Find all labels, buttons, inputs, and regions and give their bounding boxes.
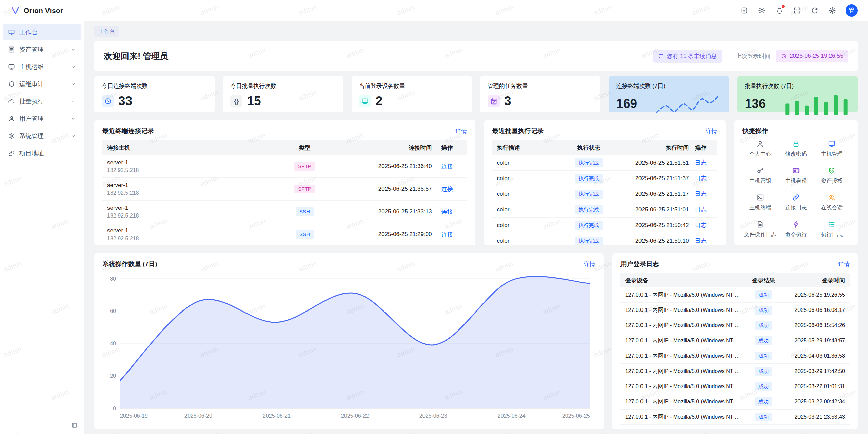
quick-action-host-key[interactable]: 主机密钥 [743,167,778,185]
quick-action-command-exec[interactable]: 命令执行 [778,221,814,238]
breadcrumb-item-workbench[interactable]: 工作台 [94,26,119,37]
theme-button[interactable] [755,3,769,18]
refresh-button[interactable] [808,3,822,18]
table-row: color 执行完成 2025-06-25 21:50:42 日志 [492,218,717,233]
connect-link[interactable]: 连接 [441,163,453,170]
unread-messages-badge[interactable]: 您有 15 条未读消息 [653,50,722,63]
stat-value: 169 [616,97,637,111]
monitor-icon [828,140,835,148]
log-link[interactable]: 日志 [695,222,707,228]
log-link[interactable]: 日志 [695,206,707,213]
login-time: 2025-06-06 15:54:26 [781,322,845,328]
protocol-badge: SSH [296,230,314,239]
sidebar-item-system[interactable]: 系统管理 [3,128,81,144]
terminal-detail-link[interactable]: 详情 [456,127,467,135]
sidebar-collapse-button[interactable] [69,420,80,431]
exec-desc: color [497,238,564,244]
stat-card-terminal-today: 今日连接终端次数 33 [94,76,215,112]
sidebar-item-project-link[interactable]: 项目地址 [3,145,81,162]
breadcrumb: 工作台 [94,26,858,37]
connect-time: 2025-06-25 21:35:57 [330,186,432,192]
log-link[interactable]: 日志 [695,159,707,166]
clock-icon [781,53,787,59]
table-row: server-1182.92.5.218 SFTP 2025-06-25 21:… [102,155,467,178]
chart-detail-link[interactable]: 详情 [584,260,595,268]
login-time: 2025-03-22 01:01:31 [781,383,845,390]
connect-link[interactable]: 连接 [441,186,453,192]
theme-sun-icon [758,7,766,14]
sidebar-item-users[interactable]: 用户管理 [3,111,81,127]
batch-detail-link[interactable]: 详情 [706,127,717,135]
quick-action-connect-log[interactable]: 连接日志 [778,194,814,211]
stat-card-batch-today: 今日批量执行次数 {} 15 [223,76,343,112]
quick-action-host-identity[interactable]: 主机身份 [778,167,814,185]
table-header: 登录设备 登录结果 登录时间 [620,273,850,287]
todo-button[interactable] [737,3,751,18]
notification-button[interactable] [772,3,787,18]
sidebar-item-batch[interactable]: 批量执行 [3,93,81,110]
app-logo[interactable]: Orion Visor [10,5,63,16]
stat-title: 连接终端次数 (7日) [616,82,722,90]
todo-icon [741,7,748,14]
connect-link[interactable]: 连接 [441,209,453,215]
sidebar-item-host-ops[interactable]: 主机运维 [3,59,81,75]
quick-action-file-op-log[interactable]: 文件操作日志 [743,221,778,238]
quick-action-label: 资产授权 [821,177,843,185]
quick-action-label: 主机身份 [785,177,807,185]
connect-time: 2025-06-25 21:29:00 [330,231,432,238]
app-title: Orion Visor [24,6,63,15]
quick-action-asset-grant[interactable]: 资产授权 [814,167,850,185]
log-link[interactable]: 日志 [695,175,707,182]
system-operations-chart-panel: 系统操作数量 (7日) 详情 0204060802025-06-192025-0… [94,253,604,429]
svg-text:80: 80 [110,276,116,282]
login-result-badge: 成功 [755,352,772,360]
sidebar-item-workbench[interactable]: 工作台 [3,24,81,40]
protocol-badge: SFTP [294,185,315,193]
panel-title: 用户登录日志 [620,260,659,268]
id-card-icon [792,167,800,174]
quick-action-exec-log[interactable]: 执行日志 [814,221,850,238]
table-row: server-1182.92.5.218 SFTP 2025-06-25 21:… [102,178,467,201]
column-header: 执行时间 [614,144,689,152]
connect-link[interactable]: 连接 [441,231,453,238]
quick-action-host-manage[interactable]: 主机管理 [814,140,850,158]
bolt-icon [792,221,800,228]
sidebar-item-audit[interactable]: 运维审计 [3,76,81,92]
area-chart: 0204060802025-06-192025-06-202025-06-212… [102,273,595,422]
asset-icon [8,46,15,53]
column-header: 连接主机 [107,144,279,152]
exec-desc: color [497,159,564,166]
svg-text:0: 0 [113,405,116,411]
sidebar-item-label: 资产管理 [19,45,44,54]
login-result-badge: 成功 [755,306,772,315]
login-detail-link[interactable]: 详情 [838,260,850,268]
table-row: color 执行完成 2025-06-25 21:51:51 日志 [492,155,717,171]
quick-action-online-session[interactable]: 在线会话 [814,194,850,211]
host-name: server-1 [107,159,279,166]
stat-card-batch-7d: 批量执行次数 (7日) 136 [737,76,858,112]
stat-card-terminal-7d: 连接终端次数 (7日) 169 [609,76,729,112]
quick-action-host-terminal[interactable]: 主机终端 [743,194,778,211]
stat-title: 今日批量执行次数 [230,82,336,90]
sidebar-item-assets[interactable]: 资产管理 [3,41,81,58]
svg-text:2025-06-22: 2025-06-22 [341,413,369,419]
stat-value: 136 [745,97,766,111]
login-device: 127.0.0.1 - 内网IP - Mozilla/5.0 (Windows … [625,383,747,390]
users-icon [828,194,835,201]
user-login-log-panel: 用户登录日志 详情 登录设备 登录结果 登录时间 127.0.0.1 - 内网I… [612,253,858,429]
stat-card-devices: 当前登录设备数量 2 [352,76,472,112]
table-row: color 执行完成 2025-06-25 21:51:01 日志 [492,202,717,218]
settings-button[interactable] [825,3,840,18]
host-ip: 182.92.5.218 [107,167,279,174]
svg-text:40: 40 [110,341,116,346]
quick-action-profile[interactable]: 个人中心 [743,140,778,158]
log-link[interactable]: 日志 [695,238,707,244]
column-header: 操作 [689,144,713,152]
quick-action-change-password[interactable]: 修改密码 [778,140,814,158]
chevron-down-icon [71,116,76,121]
table-row: 127.0.0.1 - 内网IP - Mozilla/5.0 (Windows … [620,394,850,410]
fullscreen-button[interactable] [790,3,804,18]
log-link[interactable]: 日志 [695,191,707,197]
host-name: server-1 [107,204,279,212]
user-avatar[interactable]: 管 [846,4,858,17]
